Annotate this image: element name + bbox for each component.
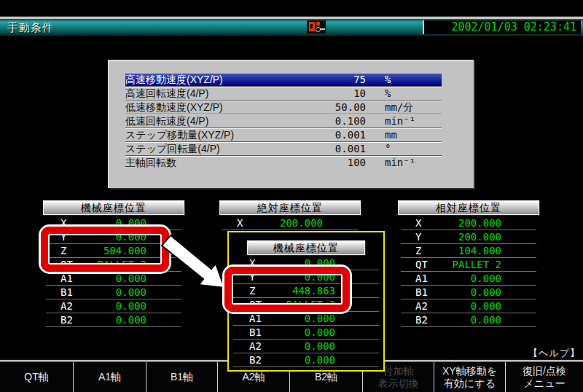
coord-row-b2: B2 0.000 xyxy=(401,313,536,327)
param-row-spindle-speed[interactable]: 主軸回転数 100 min⁻¹ xyxy=(125,157,442,169)
coord-row-b2: B2 0.000 xyxy=(233,353,379,367)
axis-value: 0.000 xyxy=(442,300,501,312)
param-unit: min⁻¹ xyxy=(385,115,415,128)
key-status-icon-red-shape xyxy=(309,22,315,31)
softkey-enable-xy-move[interactable]: XY軸移動を 有効にする xyxy=(434,362,505,392)
param-row-low-rotation-rate[interactable]: 低速回転速度(4/P) 0.100 min⁻¹ xyxy=(125,115,442,128)
axis-value: 0.000 xyxy=(87,300,146,312)
param-label: 主軸回転数 xyxy=(125,157,308,169)
manual-condition-table: 高速移動速度(XYZ/P) 75 % 高速回転速度(4/P) 10 % 低速移動… xyxy=(108,60,474,188)
param-value: 100 xyxy=(308,157,366,169)
axis-value: 200.000 xyxy=(442,231,501,243)
softkey-label: B1軸 xyxy=(171,371,193,383)
param-value: 0.100 xyxy=(308,115,366,128)
axis-label: B2 xyxy=(249,354,275,366)
axis-label: A1 xyxy=(415,273,442,284)
softkey-label: QT軸 xyxy=(24,371,48,383)
axis-label: Y xyxy=(415,231,442,243)
relative-coord-panel: 相対座標位置 X 200.000 Y 200.000 Z 104.000 QT … xyxy=(398,200,539,327)
cnc-manual-conditions-screen: 手動条件 2002/01/03 02:23:41 高速移動速度(XYZ/P) 7… xyxy=(0,0,583,392)
datetime-display: 2002/01/03 02:23:41 xyxy=(423,20,581,34)
softkey-qt-axis[interactable]: QT軸 xyxy=(0,362,73,392)
axis-label: B2 xyxy=(60,314,87,326)
panel-title: 相対座標位置 xyxy=(398,200,539,215)
axis-value: 0.000 xyxy=(87,314,146,326)
coord-row-x: X 200.000 xyxy=(401,216,536,230)
param-value: 0.001 xyxy=(308,129,366,141)
axis-value: 0.000 xyxy=(87,273,146,284)
param-row-step-rotation-amount[interactable]: ステップ回転量(4/P) 0.001 ° xyxy=(125,143,442,155)
axis-label: B1 xyxy=(415,286,442,298)
param-row-rapid-rotation-rate[interactable]: 高速回転速度(4/P) 10 % xyxy=(125,87,442,100)
param-value: 50.00 xyxy=(308,101,366,114)
param-unit: mm/分 xyxy=(385,101,413,114)
param-unit: % xyxy=(385,87,391,100)
coord-row-z: Z 104.000 xyxy=(401,244,536,258)
softkey-label: 表示切換 xyxy=(378,377,419,390)
axis-value: 0.000 xyxy=(275,326,335,338)
param-row-step-move-amount[interactable]: ステップ移動量(XYZ/P) 0.001 mm xyxy=(125,129,442,141)
panel-title: 機械座標位置 xyxy=(43,200,184,215)
axis-label: B1 xyxy=(60,286,87,298)
axis-value: 0.000 xyxy=(442,273,501,284)
param-label: 低速移動速度(XYZ/P) xyxy=(125,101,308,114)
axis-label: QT xyxy=(415,259,442,270)
title-bar: 手動条件 2002/01/03 02:23:41 xyxy=(0,19,583,36)
coord-row-b1: B1 0.000 xyxy=(46,286,181,299)
top-black-strip xyxy=(0,0,583,16)
param-row-low-feed-rate[interactable]: 低速移動速度(XYZ/P) 50.00 mm/分 xyxy=(125,101,442,114)
axis-label: A2 xyxy=(415,300,442,312)
softkey-recovery-inspection-menu[interactable]: 復旧/点検 メニュー xyxy=(505,362,583,392)
coord-row-qt: QT PALLET 2 xyxy=(401,258,536,272)
softkey-b1-axis[interactable]: B1軸 xyxy=(146,362,217,392)
softkey-label: 付加軸 xyxy=(383,365,414,377)
coord-row-a2: A2 0.000 xyxy=(46,299,181,313)
param-value: 0.001 xyxy=(308,143,366,155)
axis-value: 0.000 xyxy=(275,340,335,352)
param-label: 低速回転速度(4/P) xyxy=(125,115,308,128)
axis-label: B2 xyxy=(415,314,442,326)
coord-row-a2: A2 0.000 xyxy=(233,340,379,353)
param-label: ステップ回転量(4/P) xyxy=(125,143,308,155)
key-status-icon xyxy=(307,20,326,34)
axis-value: 0.000 xyxy=(442,286,501,298)
red-highlight-box-machine-z xyxy=(41,227,169,272)
softkey-a1-axis[interactable]: A1軸 xyxy=(73,362,146,392)
coord-row-y: Y 200.000 xyxy=(401,230,536,244)
red-highlight-box-popup-z xyxy=(224,267,350,312)
axis-label: A2 xyxy=(60,300,87,312)
axis-value: 0.000 xyxy=(442,314,501,326)
axis-label: Z xyxy=(415,245,442,256)
param-unit: mm xyxy=(385,129,397,141)
axis-value: 0.000 xyxy=(275,354,335,366)
param-value: 75 xyxy=(308,74,366,86)
axis-value: PALLET 2 xyxy=(442,259,501,270)
axis-label: A2 xyxy=(249,340,275,352)
param-unit: ° xyxy=(385,143,391,155)
coord-row-a2: A2 0.000 xyxy=(401,299,536,313)
param-row-rapid-traverse-rate[interactable]: 高速移動速度(XYZ/P) 75 % xyxy=(125,74,442,86)
param-unit: % xyxy=(385,74,391,86)
help-label[interactable]: 【ヘルプ】 xyxy=(528,347,580,360)
popup-title: 機械座標位置 xyxy=(247,240,365,255)
softkey-label: A1軸 xyxy=(98,371,121,383)
coord-row-a1: A1 0.000 xyxy=(401,272,536,286)
softkey-label: メニュー xyxy=(524,377,566,390)
param-unit: min⁻¹ xyxy=(385,157,415,169)
param-label: ステップ移動量(XYZ/P) xyxy=(125,129,308,141)
axis-value: 200.000 xyxy=(263,217,323,229)
panel-title: 絶対座標位置 xyxy=(219,200,361,215)
axis-value: 200.000 xyxy=(442,217,501,229)
axis-value: 0.000 xyxy=(87,286,146,298)
coord-row-a1: A1 0.000 xyxy=(46,272,181,286)
key-icon xyxy=(316,27,325,32)
axis-label: X xyxy=(237,217,263,229)
axis-value: 0.000 xyxy=(275,313,335,324)
axis-label: B1 xyxy=(249,326,275,338)
param-label: 高速移動速度(XYZ/P) xyxy=(125,74,308,86)
axis-value: 104.000 xyxy=(442,245,501,256)
softkey-label: XY軸移動を xyxy=(442,365,497,377)
key-status-icon-red-dot xyxy=(316,22,320,26)
param-label: 高速回転速度(4/P) xyxy=(125,87,308,100)
coord-row-a1: A1 0.000 xyxy=(233,312,379,326)
